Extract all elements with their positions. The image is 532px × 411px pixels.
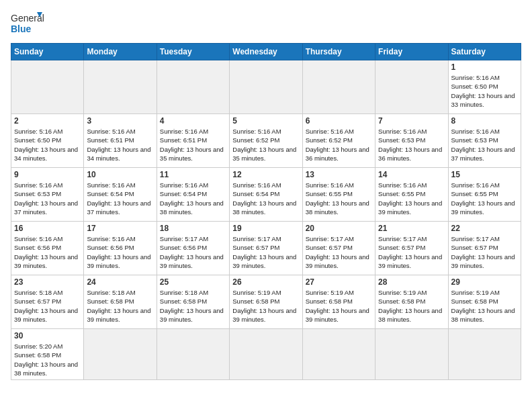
day-info: Sunrise: 5:16 AM Sunset: 6:50 PM Dayligh… (14, 127, 81, 163)
calendar-cell (375, 60, 448, 114)
day-info: Sunrise: 5:18 AM Sunset: 6:58 PM Dayligh… (87, 288, 153, 324)
day-number: 11 (160, 170, 226, 179)
day-info: Sunrise: 5:16 AM Sunset: 6:54 PM Dayligh… (87, 181, 153, 216)
calendar-cell: 11Sunrise: 5:16 AM Sunset: 6:54 PM Dayli… (157, 168, 229, 222)
calendar-cell: 2Sunrise: 5:16 AM Sunset: 6:50 PM Daylig… (11, 114, 84, 168)
day-number: 24 (87, 277, 153, 287)
header: GeneralBlue (11, 11, 521, 35)
day-number: 5 (232, 116, 299, 126)
day-number: 19 (232, 224, 299, 233)
day-number: 16 (14, 224, 81, 233)
day-info: Sunrise: 5:19 AM Sunset: 6:58 PM Dayligh… (232, 288, 299, 324)
day-number: 22 (451, 224, 518, 233)
calendar-cell: 22Sunrise: 5:17 AM Sunset: 6:57 PM Dayli… (448, 222, 521, 275)
day-info: Sunrise: 5:16 AM Sunset: 6:54 PM Dayligh… (232, 181, 299, 216)
calendar-cell: 14Sunrise: 5:16 AM Sunset: 6:55 PM Dayli… (375, 168, 448, 222)
weekday-header-thursday: Thursday (302, 44, 375, 60)
day-number: 3 (87, 116, 153, 126)
weekday-header-monday: Monday (84, 44, 157, 60)
calendar-cell: 16Sunrise: 5:16 AM Sunset: 6:56 PM Dayli… (11, 222, 84, 275)
calendar-cell: 6Sunrise: 5:16 AM Sunset: 6:52 PM Daylig… (302, 114, 375, 168)
generalblue-logo-icon: GeneralBlue (11, 11, 44, 35)
calendar-cell (84, 60, 157, 114)
calendar-cell: 12Sunrise: 5:16 AM Sunset: 6:54 PM Dayli… (230, 168, 302, 222)
weekday-header-sunday: Sunday (11, 44, 84, 60)
calendar-cell: 27Sunrise: 5:19 AM Sunset: 6:58 PM Dayli… (302, 275, 375, 329)
calendar-cell: 17Sunrise: 5:16 AM Sunset: 6:56 PM Dayli… (84, 222, 157, 275)
day-number: 12 (232, 170, 299, 179)
calendar-cell: 23Sunrise: 5:18 AM Sunset: 6:57 PM Dayli… (11, 275, 84, 329)
calendar-cell (448, 329, 521, 380)
day-info: Sunrise: 5:16 AM Sunset: 6:50 PM Dayligh… (451, 73, 518, 109)
day-number: 1 (451, 62, 518, 72)
day-number: 21 (378, 224, 445, 233)
day-info: Sunrise: 5:16 AM Sunset: 6:56 PM Dayligh… (87, 234, 153, 270)
day-number: 26 (232, 277, 299, 287)
calendar-cell: 13Sunrise: 5:16 AM Sunset: 6:55 PM Dayli… (302, 168, 375, 222)
weekday-header-tuesday: Tuesday (157, 44, 229, 60)
calendar-table: SundayMondayTuesdayWednesdayThursdayFrid… (11, 43, 521, 380)
day-number: 23 (14, 277, 81, 287)
calendar-cell: 24Sunrise: 5:18 AM Sunset: 6:58 PM Dayli… (84, 275, 157, 329)
day-info: Sunrise: 5:16 AM Sunset: 6:54 PM Dayligh… (160, 181, 226, 216)
day-info: Sunrise: 5:19 AM Sunset: 6:58 PM Dayligh… (378, 288, 445, 324)
day-info: Sunrise: 5:16 AM Sunset: 6:52 PM Dayligh… (306, 127, 372, 163)
calendar-cell: 9Sunrise: 5:16 AM Sunset: 6:53 PM Daylig… (11, 168, 84, 222)
day-number: 28 (378, 277, 445, 287)
calendar-cell: 3Sunrise: 5:16 AM Sunset: 6:51 PM Daylig… (84, 114, 157, 168)
day-info: Sunrise: 5:16 AM Sunset: 6:52 PM Dayligh… (232, 127, 299, 163)
day-number: 8 (451, 116, 518, 126)
svg-text:Blue: Blue (11, 24, 32, 34)
calendar-cell (84, 329, 157, 380)
day-number: 14 (378, 170, 445, 179)
calendar-cell: 5Sunrise: 5:16 AM Sunset: 6:52 PM Daylig… (230, 114, 302, 168)
weekday-header-wednesday: Wednesday (230, 44, 302, 60)
day-number: 7 (378, 116, 445, 126)
calendar-cell (230, 60, 302, 114)
weekday-header-saturday: Saturday (448, 44, 521, 60)
day-number: 30 (14, 331, 81, 340)
day-info: Sunrise: 5:17 AM Sunset: 6:57 PM Dayligh… (306, 234, 372, 270)
day-info: Sunrise: 5:19 AM Sunset: 6:58 PM Dayligh… (451, 288, 518, 324)
day-info: Sunrise: 5:16 AM Sunset: 6:53 PM Dayligh… (378, 127, 445, 163)
calendar-cell (302, 329, 375, 380)
calendar-cell: 15Sunrise: 5:16 AM Sunset: 6:55 PM Dayli… (448, 168, 521, 222)
day-number: 15 (451, 170, 518, 179)
calendar-cell: 18Sunrise: 5:17 AM Sunset: 6:56 PM Dayli… (157, 222, 229, 275)
day-number: 25 (160, 277, 226, 287)
day-info: Sunrise: 5:16 AM Sunset: 6:55 PM Dayligh… (451, 181, 518, 216)
calendar-cell: 7Sunrise: 5:16 AM Sunset: 6:53 PM Daylig… (375, 114, 448, 168)
day-number: 2 (14, 116, 81, 126)
day-number: 6 (306, 116, 372, 126)
calendar-cell: 19Sunrise: 5:17 AM Sunset: 6:57 PM Dayli… (230, 222, 302, 275)
calendar-cell (302, 60, 375, 114)
calendar-cell: 25Sunrise: 5:18 AM Sunset: 6:58 PM Dayli… (157, 275, 229, 329)
logo: GeneralBlue (11, 11, 44, 35)
day-number: 20 (306, 224, 372, 233)
day-info: Sunrise: 5:16 AM Sunset: 6:56 PM Dayligh… (14, 234, 81, 270)
day-info: Sunrise: 5:16 AM Sunset: 6:55 PM Dayligh… (378, 181, 445, 216)
day-number: 9 (14, 170, 81, 179)
day-info: Sunrise: 5:16 AM Sunset: 6:53 PM Dayligh… (14, 181, 81, 216)
calendar-cell (157, 329, 229, 380)
day-number: 27 (306, 277, 372, 287)
day-number: 29 (451, 277, 518, 287)
day-info: Sunrise: 5:18 AM Sunset: 6:58 PM Dayligh… (160, 288, 226, 324)
day-info: Sunrise: 5:19 AM Sunset: 6:58 PM Dayligh… (306, 288, 372, 324)
day-info: Sunrise: 5:18 AM Sunset: 6:57 PM Dayligh… (14, 288, 81, 324)
calendar-cell: 8Sunrise: 5:16 AM Sunset: 6:53 PM Daylig… (448, 114, 521, 168)
calendar-cell: 1Sunrise: 5:16 AM Sunset: 6:50 PM Daylig… (448, 60, 521, 114)
calendar-cell (375, 329, 448, 380)
day-info: Sunrise: 5:17 AM Sunset: 6:56 PM Dayligh… (160, 234, 226, 270)
calendar-cell: 30Sunrise: 5:20 AM Sunset: 6:58 PM Dayli… (11, 329, 84, 380)
day-number: 13 (306, 170, 372, 179)
day-info: Sunrise: 5:17 AM Sunset: 6:57 PM Dayligh… (232, 234, 299, 270)
calendar-cell: 4Sunrise: 5:16 AM Sunset: 6:51 PM Daylig… (157, 114, 229, 168)
weekday-header-friday: Friday (375, 44, 448, 60)
calendar-cell: 21Sunrise: 5:17 AM Sunset: 6:57 PM Dayli… (375, 222, 448, 275)
day-number: 10 (87, 170, 153, 179)
day-number: 4 (160, 116, 226, 126)
day-info: Sunrise: 5:16 AM Sunset: 6:55 PM Dayligh… (306, 181, 372, 216)
calendar-cell: 28Sunrise: 5:19 AM Sunset: 6:58 PM Dayli… (375, 275, 448, 329)
calendar-header: SundayMondayTuesdayWednesdayThursdayFrid… (11, 44, 521, 60)
